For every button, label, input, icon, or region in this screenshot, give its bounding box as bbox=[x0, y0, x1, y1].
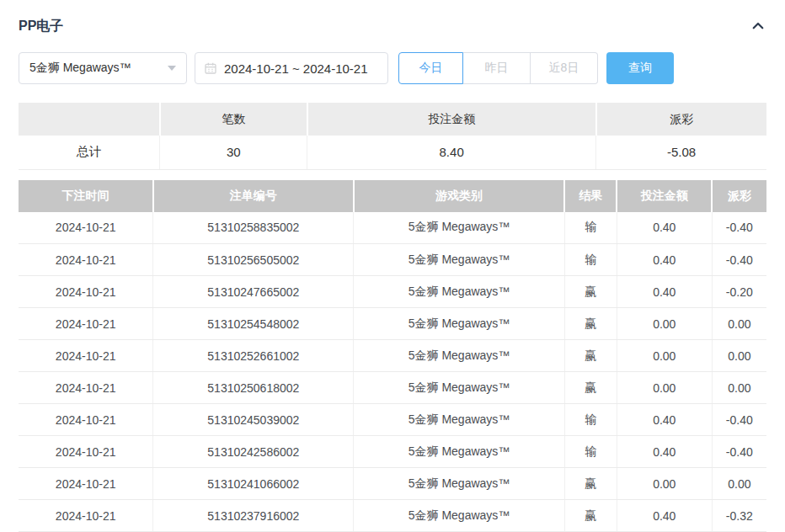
date-range-input[interactable]: 2024-10-21 ~ 2024-10-21 bbox=[195, 52, 388, 84]
bet-amount-cell: 0.00 bbox=[617, 308, 712, 340]
col-game-type: 游戏类别 bbox=[354, 180, 564, 212]
tab-yesterday[interactable]: 昨日 bbox=[463, 52, 531, 84]
order-id-cell: 51310250618002 bbox=[153, 372, 354, 404]
col-bet-time: 下注时间 bbox=[19, 180, 153, 212]
order-id-cell: 51310245039002 bbox=[153, 404, 354, 436]
table-row: 2024-10-21 51310258835002 5金狮 Megaways™ … bbox=[19, 212, 766, 244]
game-type-cell: 5金狮 Megaways™ bbox=[354, 340, 564, 372]
order-id-cell: 51310247665002 bbox=[153, 276, 354, 308]
payout-cell: -0.40 bbox=[712, 404, 766, 436]
summary-total-payout: -5.08 bbox=[596, 136, 766, 169]
summary-col-count: 笔数 bbox=[160, 103, 307, 136]
table-row: 2024-10-21 51310245039002 5金狮 Megaways™ … bbox=[19, 404, 766, 436]
bet-amount-cell: 0.40 bbox=[617, 276, 712, 308]
bet-amount-cell: 0.40 bbox=[617, 212, 712, 244]
summary-table: 笔数 投注金额 派彩 总计 30 8.40 -5.08 bbox=[19, 103, 766, 170]
bet-time-cell: 2024-10-21 bbox=[19, 212, 153, 244]
summary-total-label: 总计 bbox=[19, 136, 160, 169]
summary-total-bet-amount: 8.40 bbox=[307, 136, 596, 169]
col-result: 结果 bbox=[564, 180, 617, 212]
result-cell: 输 bbox=[564, 404, 617, 436]
order-id-cell: 51310237916002 bbox=[153, 500, 354, 532]
game-type-cell: 5金狮 Megaways™ bbox=[354, 276, 564, 308]
payout-cell: 0.00 bbox=[712, 468, 766, 500]
order-id-cell: 51310258835002 bbox=[153, 212, 354, 244]
result-cell: 赢 bbox=[564, 340, 617, 372]
summary-col-payout: 派彩 bbox=[596, 103, 766, 136]
table-row: 2024-10-21 51310242586002 5金狮 Megaways™ … bbox=[19, 436, 766, 468]
result-cell: 赢 bbox=[564, 308, 617, 340]
table-row: 2024-10-21 51310250618002 5金狮 Megaways™ … bbox=[19, 372, 766, 404]
table-row: 2024-10-21 51310254548002 5金狮 Megaways™ … bbox=[19, 308, 766, 340]
bet-time-cell: 2024-10-21 bbox=[19, 468, 153, 500]
game-type-cell: 5金狮 Megaways™ bbox=[354, 436, 564, 468]
panel-header: PP电子 bbox=[19, 17, 766, 35]
page-title: PP电子 bbox=[19, 18, 63, 35]
summary-header-row: 笔数 投注金额 派彩 bbox=[19, 103, 766, 136]
bet-amount-cell: 0.40 bbox=[617, 404, 712, 436]
bet-amount-cell: 0.40 bbox=[617, 500, 712, 532]
tab-today[interactable]: 今日 bbox=[398, 52, 463, 84]
bet-time-cell: 2024-10-21 bbox=[19, 308, 153, 340]
bet-amount-cell: 0.00 bbox=[617, 468, 712, 500]
game-type-cell: 5金狮 Megaways™ bbox=[354, 468, 564, 500]
quick-date-tabs: 今日 昨日 近8日 bbox=[398, 52, 598, 84]
order-id-cell: 51310242586002 bbox=[153, 436, 354, 468]
result-cell: 赢 bbox=[564, 468, 617, 500]
records-table: 下注时间 注单编号 游戏类别 结果 投注金额 派彩 2024-10-21 513… bbox=[19, 180, 766, 532]
order-id-cell: 51310241066002 bbox=[153, 468, 354, 500]
table-row: 2024-10-21 51310256505002 5金狮 Megaways™ … bbox=[19, 244, 766, 276]
calendar-icon bbox=[204, 61, 217, 75]
summary-total-count: 30 bbox=[160, 136, 307, 169]
col-order-id: 注单编号 bbox=[153, 180, 354, 212]
tab-last-8-days[interactable]: 近8日 bbox=[531, 52, 598, 84]
payout-cell: -0.40 bbox=[712, 436, 766, 468]
search-button[interactable]: 查询 bbox=[606, 52, 674, 84]
bet-amount-cell: 0.00 bbox=[617, 372, 712, 404]
payout-cell: -0.40 bbox=[712, 212, 766, 244]
game-type-cell: 5金狮 Megaways™ bbox=[354, 372, 564, 404]
payout-cell: -0.40 bbox=[712, 244, 766, 276]
bet-time-cell: 2024-10-21 bbox=[19, 244, 153, 276]
result-cell: 输 bbox=[564, 212, 617, 244]
game-select[interactable]: 5金狮 Megaways™ bbox=[19, 52, 187, 84]
result-cell: 赢 bbox=[564, 372, 617, 404]
payout-cell: 0.00 bbox=[712, 372, 766, 404]
bet-time-cell: 2024-10-21 bbox=[19, 436, 153, 468]
table-row: 2024-10-21 51310247665002 5金狮 Megaways™ … bbox=[19, 276, 766, 308]
bet-time-cell: 2024-10-21 bbox=[19, 500, 153, 532]
bet-amount-cell: 0.40 bbox=[617, 244, 712, 276]
bet-time-cell: 2024-10-21 bbox=[19, 404, 153, 436]
table-row: 2024-10-21 51310241066002 5金狮 Megaways™ … bbox=[19, 468, 766, 500]
bet-amount-cell: 0.00 bbox=[617, 340, 712, 372]
game-type-cell: 5金狮 Megaways™ bbox=[354, 244, 564, 276]
summary-col-bet-amount: 投注金额 bbox=[307, 103, 596, 136]
game-type-cell: 5金狮 Megaways™ bbox=[354, 500, 564, 532]
bet-time-cell: 2024-10-21 bbox=[19, 372, 153, 404]
order-id-cell: 51310254548002 bbox=[153, 308, 354, 340]
payout-cell: -0.32 bbox=[712, 500, 766, 532]
panel: PP电子 5金狮 Megaways™ 2024-10-21 ~ 2024-10-… bbox=[0, 17, 785, 532]
table-row: 2024-10-21 51310237916002 5金狮 Megaways™ … bbox=[19, 500, 766, 532]
result-cell: 赢 bbox=[564, 276, 617, 308]
chevron-up-icon[interactable] bbox=[750, 18, 766, 35]
order-id-cell: 51310252661002 bbox=[153, 340, 354, 372]
payout-cell: 0.00 bbox=[712, 340, 766, 372]
filter-bar: 5金狮 Megaways™ 2024-10-21 ~ 2024-10-21 今日… bbox=[19, 52, 766, 84]
col-payout: 派彩 bbox=[712, 180, 766, 212]
bet-time-cell: 2024-10-21 bbox=[19, 276, 153, 308]
payout-cell: -0.20 bbox=[712, 276, 766, 308]
col-bet-amount: 投注金额 bbox=[617, 180, 712, 212]
result-cell: 输 bbox=[564, 436, 617, 468]
order-id-cell: 51310256505002 bbox=[153, 244, 354, 276]
bet-amount-cell: 0.40 bbox=[617, 436, 712, 468]
game-type-cell: 5金狮 Megaways™ bbox=[354, 212, 564, 244]
summary-col-blank bbox=[19, 103, 160, 136]
table-row: 2024-10-21 51310252661002 5金狮 Megaways™ … bbox=[19, 340, 766, 372]
game-select-value: 5金狮 Megaways™ bbox=[29, 61, 131, 76]
records-header-row: 下注时间 注单编号 游戏类别 结果 投注金额 派彩 bbox=[19, 180, 766, 212]
game-type-cell: 5金狮 Megaways™ bbox=[354, 404, 564, 436]
payout-cell: 0.00 bbox=[712, 308, 766, 340]
bet-time-cell: 2024-10-21 bbox=[19, 340, 153, 372]
date-range-value: 2024-10-21 ~ 2024-10-21 bbox=[224, 61, 368, 76]
